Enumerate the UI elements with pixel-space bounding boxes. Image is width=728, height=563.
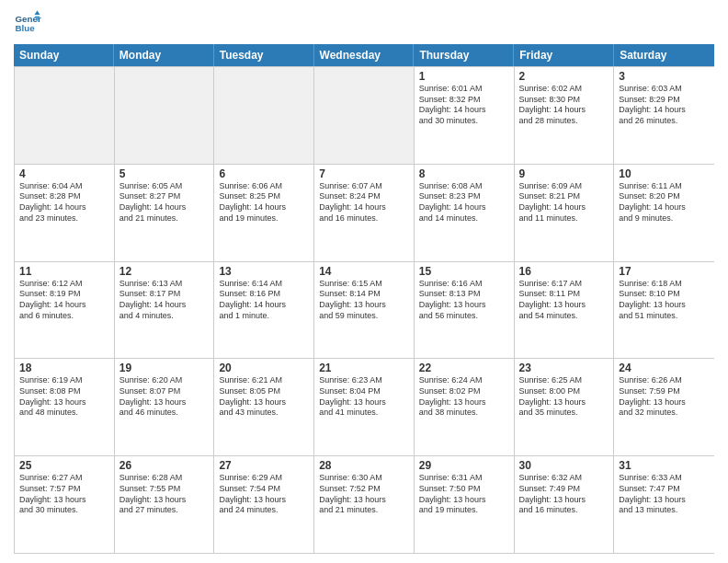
day-number: 27: [219, 459, 309, 472]
calendar-day-15: 15Sunrise: 6:16 AMSunset: 8:13 PMDayligh…: [415, 262, 515, 359]
day-info: Sunrise: 6:18 AMSunset: 8:10 PMDaylight:…: [619, 279, 710, 322]
day-number: 14: [319, 265, 409, 278]
calendar-day-2: 2Sunrise: 6:02 AMSunset: 8:30 PMDaylight…: [515, 67, 615, 164]
calendar-body: 1Sunrise: 6:01 AMSunset: 8:32 PMDaylight…: [14, 66, 714, 554]
day-info: Sunrise: 6:14 AMSunset: 8:16 PMDaylight:…: [219, 279, 309, 322]
svg-marker-2: [35, 11, 40, 16]
calendar-day-16: 16Sunrise: 6:17 AMSunset: 8:11 PMDayligh…: [515, 262, 615, 359]
day-info: Sunrise: 6:20 AMSunset: 8:07 PMDaylight:…: [119, 375, 210, 419]
day-number: 3: [619, 70, 710, 83]
day-number: 17: [619, 265, 710, 278]
day-info: Sunrise: 6:15 AMSunset: 8:14 PMDaylight:…: [319, 279, 409, 322]
day-of-week-saturday: Saturday: [614, 44, 714, 66]
calendar-day-20: 20Sunrise: 6:21 AMSunset: 8:05 PMDayligh…: [214, 359, 314, 455]
day-info: Sunrise: 6:13 AMSunset: 8:17 PMDaylight:…: [119, 279, 210, 322]
day-number: 2: [519, 70, 609, 83]
day-number: 26: [119, 459, 210, 472]
day-number: 15: [419, 265, 509, 278]
day-info: Sunrise: 6:23 AMSunset: 8:04 PMDaylight:…: [319, 375, 409, 419]
day-info: Sunrise: 6:24 AMSunset: 8:02 PMDaylight:…: [419, 375, 509, 419]
calendar-day-28: 28Sunrise: 6:30 AMSunset: 7:52 PMDayligh…: [314, 456, 415, 553]
calendar-day-19: 19Sunrise: 6:20 AMSunset: 8:07 PMDayligh…: [115, 359, 215, 455]
calendar-day-24: 24Sunrise: 6:26 AMSunset: 7:59 PMDayligh…: [614, 359, 714, 455]
logo-icon: General Blue: [14, 9, 41, 37]
day-number: 9: [519, 167, 609, 180]
day-number: 20: [219, 362, 309, 374]
calendar-day-9: 9Sunrise: 6:09 AMSunset: 8:21 PMDaylight…: [515, 165, 615, 261]
day-number: 1: [419, 70, 509, 83]
calendar-day-23: 23Sunrise: 6:25 AMSunset: 8:00 PMDayligh…: [515, 359, 615, 455]
day-info: Sunrise: 6:07 AMSunset: 8:24 PMDaylight:…: [319, 181, 409, 224]
calendar-day-12: 12Sunrise: 6:13 AMSunset: 8:17 PMDayligh…: [115, 262, 215, 359]
empty-cell: [214, 67, 314, 164]
day-info: Sunrise: 6:33 AMSunset: 7:47 PMDaylight:…: [619, 473, 710, 516]
day-number: 8: [419, 167, 509, 180]
day-number: 5: [119, 167, 210, 180]
day-number: 10: [619, 167, 710, 180]
empty-cell: [15, 67, 115, 164]
day-number: 13: [219, 265, 309, 278]
calendar-day-30: 30Sunrise: 6:32 AMSunset: 7:49 PMDayligh…: [515, 456, 615, 553]
calendar-day-26: 26Sunrise: 6:28 AMSunset: 7:55 PMDayligh…: [115, 456, 215, 553]
day-info: Sunrise: 6:09 AMSunset: 8:21 PMDaylight:…: [519, 181, 609, 224]
day-info: Sunrise: 6:25 AMSunset: 8:00 PMDaylight:…: [519, 375, 609, 419]
calendar-day-3: 3Sunrise: 6:03 AMSunset: 8:29 PMDaylight…: [614, 67, 714, 164]
calendar-day-31: 31Sunrise: 6:33 AMSunset: 7:47 PMDayligh…: [614, 456, 714, 553]
day-info: Sunrise: 6:02 AMSunset: 8:30 PMDaylight:…: [519, 84, 609, 127]
calendar-week-4: 18Sunrise: 6:19 AMSunset: 8:08 PMDayligh…: [15, 358, 714, 455]
calendar-day-29: 29Sunrise: 6:31 AMSunset: 7:50 PMDayligh…: [415, 456, 515, 553]
empty-cell: [115, 67, 215, 164]
day-number: 18: [19, 362, 109, 374]
day-of-week-thursday: Thursday: [414, 44, 514, 66]
calendar-day-13: 13Sunrise: 6:14 AMSunset: 8:16 PMDayligh…: [214, 262, 314, 359]
calendar-day-22: 22Sunrise: 6:24 AMSunset: 8:02 PMDayligh…: [415, 359, 515, 455]
day-of-week-wednesday: Wednesday: [314, 44, 415, 66]
calendar-day-7: 7Sunrise: 6:07 AMSunset: 8:24 PMDaylight…: [314, 165, 415, 261]
page-header: General Blue: [14, 9, 714, 37]
day-info: Sunrise: 6:32 AMSunset: 7:49 PMDaylight:…: [519, 473, 609, 516]
calendar-day-21: 21Sunrise: 6:23 AMSunset: 8:04 PMDayligh…: [314, 359, 415, 455]
day-number: 21: [319, 362, 409, 374]
day-number: 19: [119, 362, 210, 374]
day-info: Sunrise: 6:12 AMSunset: 8:19 PMDaylight:…: [19, 279, 109, 322]
day-number: 22: [419, 362, 509, 374]
day-number: 28: [319, 459, 409, 472]
day-info: Sunrise: 6:27 AMSunset: 7:57 PMDaylight:…: [19, 473, 109, 516]
day-info: Sunrise: 6:03 AMSunset: 8:29 PMDaylight:…: [619, 84, 710, 127]
day-number: 25: [19, 459, 109, 472]
day-of-week-friday: Friday: [514, 44, 614, 66]
calendar-week-3: 11Sunrise: 6:12 AMSunset: 8:19 PMDayligh…: [15, 261, 714, 359]
day-of-week-sunday: Sunday: [14, 44, 114, 66]
day-number: 16: [519, 265, 609, 278]
day-number: 6: [219, 167, 309, 180]
calendar-day-1: 1Sunrise: 6:01 AMSunset: 8:32 PMDaylight…: [415, 67, 515, 164]
calendar-header: SundayMondayTuesdayWednesdayThursdayFrid…: [14, 44, 714, 66]
calendar-week-1: 1Sunrise: 6:01 AMSunset: 8:32 PMDaylight…: [15, 66, 714, 164]
calendar-week-5: 25Sunrise: 6:27 AMSunset: 7:57 PMDayligh…: [15, 455, 714, 553]
day-of-week-tuesday: Tuesday: [214, 44, 314, 66]
day-info: Sunrise: 6:11 AMSunset: 8:20 PMDaylight:…: [619, 181, 710, 224]
day-info: Sunrise: 6:28 AMSunset: 7:55 PMDaylight:…: [119, 473, 210, 516]
day-of-week-monday: Monday: [114, 44, 214, 66]
calendar-day-11: 11Sunrise: 6:12 AMSunset: 8:19 PMDayligh…: [15, 262, 115, 359]
day-info: Sunrise: 6:29 AMSunset: 7:54 PMDaylight:…: [219, 473, 309, 516]
calendar-day-5: 5Sunrise: 6:05 AMSunset: 8:27 PMDaylight…: [115, 165, 215, 261]
calendar-day-18: 18Sunrise: 6:19 AMSunset: 8:08 PMDayligh…: [15, 359, 115, 455]
day-info: Sunrise: 6:04 AMSunset: 8:28 PMDaylight:…: [19, 181, 109, 224]
day-info: Sunrise: 6:26 AMSunset: 7:59 PMDaylight:…: [619, 375, 710, 419]
calendar-day-10: 10Sunrise: 6:11 AMSunset: 8:20 PMDayligh…: [614, 165, 714, 261]
day-number: 24: [619, 362, 710, 374]
day-info: Sunrise: 6:05 AMSunset: 8:27 PMDaylight:…: [119, 181, 210, 224]
day-number: 30: [519, 459, 609, 472]
svg-text:Blue: Blue: [16, 23, 36, 33]
day-info: Sunrise: 6:16 AMSunset: 8:13 PMDaylight:…: [419, 279, 509, 322]
day-info: Sunrise: 6:19 AMSunset: 8:08 PMDaylight:…: [19, 375, 109, 419]
day-number: 7: [319, 167, 409, 180]
calendar-day-14: 14Sunrise: 6:15 AMSunset: 8:14 PMDayligh…: [314, 262, 415, 359]
calendar-day-25: 25Sunrise: 6:27 AMSunset: 7:57 PMDayligh…: [15, 456, 115, 553]
day-info: Sunrise: 6:31 AMSunset: 7:50 PMDaylight:…: [419, 473, 509, 516]
day-number: 23: [519, 362, 609, 374]
day-number: 12: [119, 265, 210, 278]
day-number: 11: [19, 265, 109, 278]
day-info: Sunrise: 6:17 AMSunset: 8:11 PMDaylight:…: [519, 279, 609, 322]
